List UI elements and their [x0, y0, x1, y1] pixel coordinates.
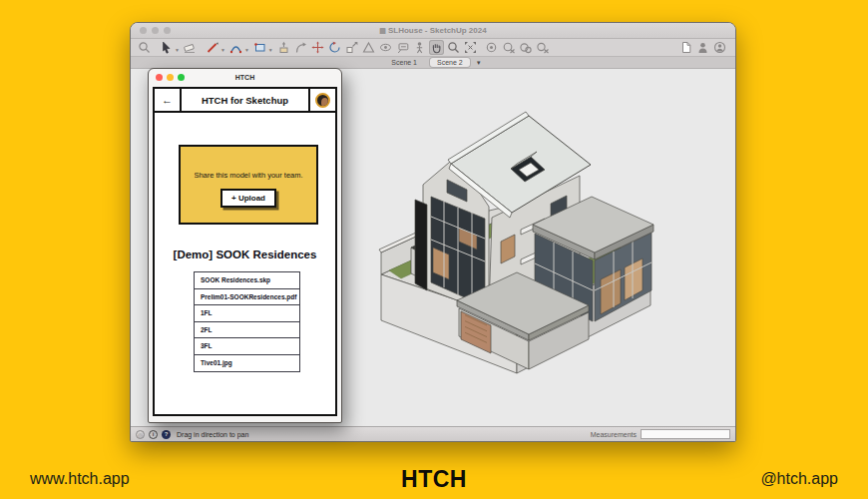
- person-icon[interactable]: [695, 40, 710, 55]
- htch-header-title: HTCH for Sketchup: [182, 89, 308, 111]
- htch-header: ← HTCH for Sketchup: [155, 89, 335, 113]
- sketchup-titlebar: ▤SLHouse - SketchUp 2024: [131, 23, 735, 39]
- file-row-pdf[interactable]: Prelim01-SOOKResidences.pdf: [195, 289, 299, 306]
- status-hint: Drag in direction to pan: [177, 431, 248, 438]
- rectangle-tool-icon[interactable]: [252, 40, 267, 55]
- project-title: [Demo] SOOK Residences: [155, 249, 335, 260]
- line-dropdown-caret[interactable]: ▼: [220, 47, 225, 53]
- file-row-1fl[interactable]: 1FL: [195, 305, 299, 322]
- upload-button[interactable]: + Upload: [220, 189, 276, 208]
- extension-2-icon[interactable]: [502, 40, 517, 55]
- tab-scene-2[interactable]: Scene 2: [430, 58, 470, 67]
- measurements-input[interactable]: [641, 429, 730, 439]
- back-button[interactable]: ←: [155, 89, 182, 111]
- scale-tool-icon[interactable]: [344, 40, 359, 55]
- rectangle-dropdown-caret[interactable]: ▼: [268, 47, 273, 53]
- htch-window-title: HTCH: [149, 74, 341, 81]
- extension-4-icon[interactable]: [536, 40, 551, 55]
- pan-tool-icon[interactable]: [429, 40, 444, 55]
- document-icon: ▤: [379, 27, 386, 34]
- zoom-extents-icon[interactable]: [463, 40, 478, 55]
- file-list: SOOK Residences.skp Prelim01-SOOKResiden…: [194, 271, 300, 372]
- htch-content: ← HTCH for Sketchup Share this model wit…: [153, 87, 337, 416]
- account-icon[interactable]: [712, 40, 727, 55]
- window-title: ▤SLHouse - SketchUp 2024: [131, 26, 735, 35]
- arc-dropdown-caret[interactable]: ▼: [244, 47, 249, 53]
- htch-logo: HTCH: [0, 465, 868, 493]
- sketchup-toolbar: ▼ ▼ ▼ ▼: [131, 39, 735, 57]
- walk-tool-icon[interactable]: [412, 40, 427, 55]
- file-row-2fl[interactable]: 2FL: [195, 322, 299, 339]
- new-document-icon[interactable]: [678, 40, 693, 55]
- move-tool-icon[interactable]: [310, 40, 325, 55]
- house-3d-model: [359, 72, 733, 391]
- label-tool-icon[interactable]: [395, 40, 410, 55]
- extension-1-icon[interactable]: [485, 40, 500, 55]
- zoom-tool-icon[interactable]: [446, 40, 461, 55]
- footer: www.htch.app HTCH @htch.app: [0, 464, 868, 499]
- eraser-tool-icon[interactable]: [183, 40, 198, 55]
- avatar[interactable]: [315, 93, 330, 108]
- search-icon[interactable]: [137, 40, 152, 55]
- scene-menu-caret[interactable]: ▼: [476, 60, 482, 66]
- extension-3-icon[interactable]: [519, 40, 534, 55]
- file-row-jpg[interactable]: Tive01.jpg: [195, 355, 299, 372]
- rotate-tool-icon[interactable]: [327, 40, 342, 55]
- share-message: Share this model with your team.: [194, 171, 302, 180]
- measurements-label: Measurements: [591, 431, 637, 438]
- htch-window: HTCH ← HTCH for Sketchup Share this mode…: [148, 68, 342, 423]
- look-around-icon[interactable]: [378, 40, 393, 55]
- select-dropdown-caret[interactable]: ▼: [175, 47, 180, 53]
- followme-tool-icon[interactable]: [293, 40, 308, 55]
- file-row-3fl[interactable]: 3FL: [195, 338, 299, 355]
- pushpull-tool-icon[interactable]: [276, 40, 291, 55]
- select-tool-icon[interactable]: [159, 40, 174, 55]
- sketchup-statusbar: ◎ i ? Drag in direction to pan Measureme…: [131, 426, 735, 441]
- share-card: Share this model with your team. + Uploa…: [179, 145, 318, 225]
- axes-tool-icon[interactable]: [361, 40, 376, 55]
- arc-tool-icon[interactable]: [228, 40, 243, 55]
- social-handle: @htch.app: [760, 470, 838, 488]
- file-row-skp[interactable]: SOOK Residences.skp: [195, 272, 299, 289]
- line-tool-icon[interactable]: [205, 40, 219, 55]
- info-icon[interactable]: i: [149, 430, 158, 439]
- model-gable-dark-slab: [415, 200, 427, 290]
- geolocation-icon[interactable]: ◎: [136, 430, 145, 439]
- help-icon[interactable]: ?: [162, 430, 171, 439]
- tab-scene-1[interactable]: Scene 1: [384, 58, 424, 67]
- avatar-cell[interactable]: [308, 89, 335, 111]
- htch-titlebar: HTCH: [149, 69, 341, 85]
